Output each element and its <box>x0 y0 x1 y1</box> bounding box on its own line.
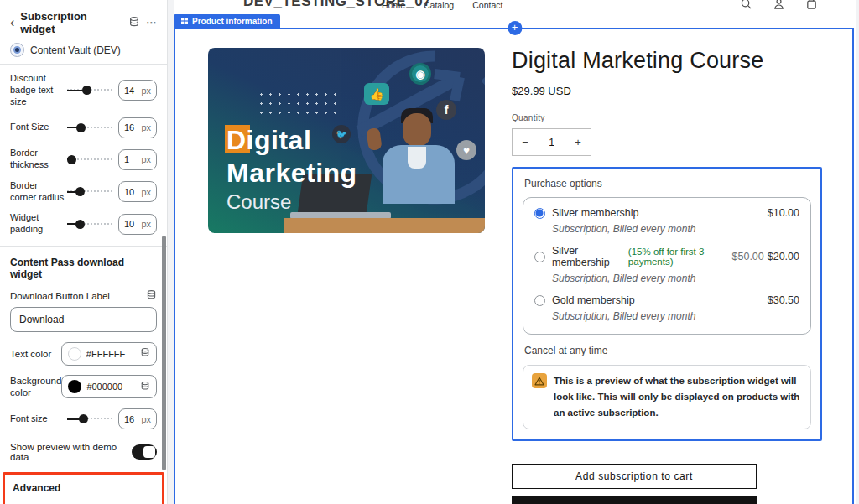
quantity-label: Quantity <box>512 113 824 122</box>
setting-label: Border corner radius <box>10 180 65 204</box>
dynamic-source-icon[interactable] <box>140 347 150 360</box>
setting-label: Font size <box>10 413 65 425</box>
editor-canvas: DEV_TESTING_STORE_07 Home Catalog Contac… <box>168 0 859 504</box>
thumbs-up-icon: 👍 <box>364 83 389 105</box>
quantity-stepper: − 1 + <box>512 128 591 156</box>
settings-sidebar: ‹ Subscription widget ⋯ Content Vault (D… <box>0 0 168 504</box>
setting-download-font-size: Font size 16px <box>10 408 157 430</box>
option-price: $10.00 <box>768 207 799 219</box>
option-price: $30.50 <box>768 294 799 306</box>
discount-badge-size-slider[interactable] <box>67 86 112 95</box>
account-icon[interactable] <box>773 0 785 10</box>
section-grid-icon <box>181 17 188 26</box>
text-color-setting: Text color #FFFFFF <box>10 342 157 366</box>
value-input[interactable]: 10px <box>118 214 157 235</box>
preview-warning-banner: This is a preview of what the subscripti… <box>523 365 811 429</box>
radio-unselected-icon[interactable] <box>534 252 545 262</box>
setting-border-thickness: Border thickness 1px <box>10 148 157 171</box>
option-promo: (15% off for first 3 payments) <box>628 247 732 267</box>
border-thickness-slider[interactable] <box>67 155 112 164</box>
quantity-increase-button[interactable]: + <box>565 136 591 148</box>
setting-font-size: Font Size 16px <box>10 117 157 138</box>
store-header: DEV_TESTING_STORE_07 Home Catalog Contac… <box>174 0 856 13</box>
border-radius-slider[interactable] <box>67 187 112 196</box>
app-name: Content Vault (DEV) <box>30 44 121 56</box>
original-price: $50.00 <box>732 251 764 262</box>
desk-illustration <box>284 218 485 233</box>
nav-link-home[interactable]: Home <box>382 0 405 10</box>
subscription-widget-selection[interactable]: Purchase options Silver membership $10.0… <box>512 167 822 441</box>
value-input[interactable]: 16px <box>118 408 157 429</box>
download-button-label: Download Button Label <box>10 291 110 301</box>
purchase-options-label: Purchase options <box>524 178 811 190</box>
dynamic-source-icon[interactable] <box>128 16 140 30</box>
instagram-icon: ◉ <box>409 63 431 85</box>
store-nav: Home Catalog Contact <box>382 0 502 10</box>
radio-selected-icon[interactable] <box>534 208 545 219</box>
sidebar-header: ‹ Subscription widget ⋯ Content Vault (D… <box>0 0 167 65</box>
background-color-setting: Background color #000000 <box>10 375 157 399</box>
option-price: $50.00$20.00 <box>732 251 799 262</box>
storefront-preview: DEV_TESTING_STORE_07 Home Catalog Contac… <box>174 0 856 504</box>
product-details: Digital Marketing Course $29.99 USD Quan… <box>512 48 824 504</box>
purchase-option-row[interactable]: Silver membership (15% off for first 3 p… <box>534 245 799 268</box>
dynamic-source-icon[interactable] <box>140 381 150 393</box>
dots-pattern <box>257 90 337 118</box>
warning-text: This is a preview of what the subscripti… <box>554 373 802 421</box>
facebook-icon: f <box>436 100 456 120</box>
back-icon[interactable]: ‹ <box>10 16 14 29</box>
value-input[interactable]: 10px <box>118 181 157 202</box>
option-subtitle: Subscription, Billed every month <box>552 310 799 322</box>
nav-link-catalog[interactable]: Catalog <box>424 0 454 10</box>
demo-data-toggle[interactable] <box>132 444 157 460</box>
value-input[interactable]: 1px <box>118 149 157 170</box>
setting-label: Border thickness <box>10 148 65 171</box>
person-illustration <box>403 113 431 147</box>
hero-title: Digital Marketing Course <box>226 125 357 214</box>
demo-data-setting: Show preview with demo data <box>10 442 157 462</box>
panel-title: Subscription widget <box>20 10 122 35</box>
person-illustration <box>408 147 426 169</box>
add-section-button[interactable]: + <box>508 21 522 35</box>
product-price: $29.99 USD <box>512 85 824 97</box>
search-icon[interactable] <box>740 0 752 10</box>
quantity-decrease-button[interactable]: − <box>513 136 538 148</box>
value-input[interactable]: 16px <box>118 117 157 138</box>
widget-padding-slider[interactable] <box>67 220 112 229</box>
buy-it-now-button[interactable]: Buy it now <box>512 496 757 504</box>
more-options-icon[interactable]: ⋯ <box>146 17 157 29</box>
sidebar-body: Discount badge text size 14px Font Size … <box>0 65 167 504</box>
divider <box>0 246 167 247</box>
download-font-size-slider[interactable] <box>67 414 112 423</box>
download-label-input[interactable] <box>10 307 157 332</box>
setting-label: Discount badge text size <box>10 73 65 107</box>
advanced-heading: Advanced <box>13 482 154 494</box>
setting-discount-badge-text-size: Discount badge text size 14px <box>10 73 157 107</box>
heart-icon: ♥ <box>456 140 476 160</box>
product-section: ◉ 👍 f 🐦 ♥ Digital Marketing Course Digit… <box>174 28 854 504</box>
add-subscription-to-cart-button[interactable]: Add subscription to cart <box>512 464 757 489</box>
purchase-option-row[interactable]: Silver membership $10.00 <box>534 207 799 219</box>
product-title: Digital Marketing Course <box>512 48 824 74</box>
font-size-slider[interactable] <box>67 123 112 132</box>
value-input[interactable]: 14px <box>118 80 157 101</box>
background-color-picker[interactable]: #000000 <box>61 375 157 398</box>
dynamic-source-icon[interactable] <box>146 289 157 303</box>
purchase-option-row[interactable]: Gold membership $30.50 <box>534 294 799 306</box>
text-color-picker[interactable]: #FFFFFF <box>61 342 157 366</box>
download-widget-heading: Content Pass download widget <box>10 257 157 280</box>
setting-widget-padding: Widget padding 10px <box>10 212 157 236</box>
cart-icon[interactable] <box>805 0 818 10</box>
product-image[interactable]: ◉ 👍 f 🐦 ♥ Digital Marketing Course <box>208 48 485 233</box>
color-swatch <box>68 380 81 393</box>
radio-unselected-icon[interactable] <box>534 295 545 306</box>
cancel-note: Cancel at any time <box>524 345 811 356</box>
warning-icon <box>532 373 547 388</box>
section-tab-product-information[interactable]: Product information <box>174 14 280 28</box>
nav-link-contact[interactable]: Contact <box>472 0 502 10</box>
color-swatch <box>68 347 81 361</box>
demo-toggle-label: Show preview with demo data <box>10 442 132 462</box>
sidebar-scrollbar[interactable] <box>162 236 166 470</box>
text-color-label: Text color <box>10 348 61 360</box>
purchase-options-box: Silver membership $10.00 Subscription, B… <box>523 197 811 335</box>
